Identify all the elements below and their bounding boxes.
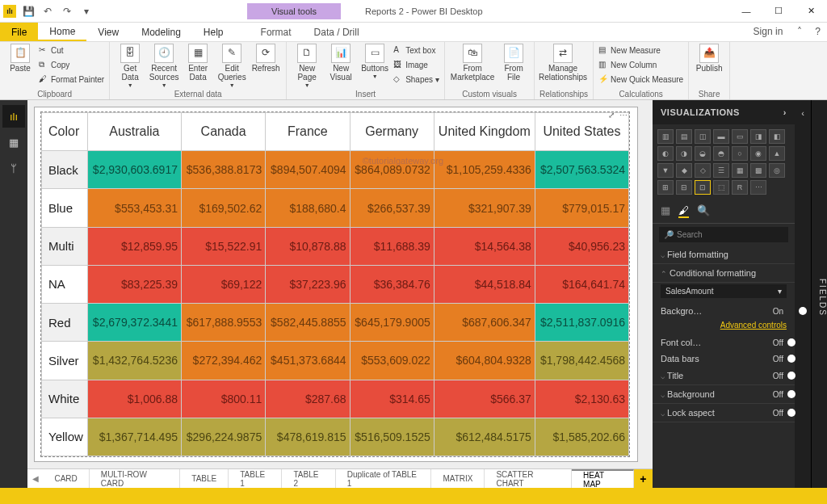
- viz-type-button[interactable]: ◧: [769, 129, 785, 144]
- data-cell[interactable]: $582,445.8855: [266, 304, 350, 342]
- minimize-button[interactable]: —: [730, 0, 762, 23]
- analytics-tab-icon[interactable]: 🔍: [697, 204, 710, 218]
- viz-type-button[interactable]: R: [732, 180, 748, 195]
- data-cell[interactable]: $2,130.63: [535, 380, 628, 418]
- viz-type-button[interactable]: ▦: [732, 163, 748, 178]
- viz-type-button[interactable]: ○: [732, 146, 748, 161]
- data-cell[interactable]: $1,006.88: [87, 380, 181, 418]
- page-tab[interactable]: SCATTER CHART: [485, 469, 572, 488]
- report-view-button[interactable]: ılı: [2, 105, 25, 128]
- viz-type-button[interactable]: ▲: [769, 146, 785, 161]
- format-painter-button[interactable]: 🖌Format Painter: [39, 73, 104, 86]
- new-visual-button[interactable]: 📊New Visual: [325, 44, 356, 82]
- page-tab[interactable]: CARD: [43, 469, 89, 488]
- data-cell[interactable]: $1,367,714.495: [87, 418, 181, 456]
- column-header[interactable]: Canada: [181, 113, 265, 151]
- viz-type-button[interactable]: ◐: [657, 146, 674, 161]
- row-header[interactable]: Black: [42, 151, 88, 189]
- cond-format-field-dropdown[interactable]: SalesAmount▾: [661, 284, 787, 298]
- data-cell[interactable]: $604,804.9328: [434, 342, 535, 380]
- redo-icon[interactable]: ↷: [60, 6, 74, 17]
- tab-scroll-left[interactable]: ◀: [27, 469, 43, 488]
- viz-type-button[interactable]: ☰: [713, 163, 729, 178]
- viz-type-button[interactable]: ▥: [657, 129, 674, 144]
- viz-type-button[interactable]: ⋯: [750, 180, 766, 195]
- viz-type-button[interactable]: ◓: [713, 146, 729, 161]
- data-cell[interactable]: $287.68: [266, 380, 350, 418]
- paste-button[interactable]: 📋Paste: [5, 44, 36, 73]
- row-header[interactable]: White: [42, 380, 88, 418]
- data-cell[interactable]: $553,609.022: [350, 342, 434, 380]
- row-header[interactable]: Red: [42, 304, 88, 342]
- viz-type-button[interactable]: ◆: [676, 163, 692, 178]
- save-icon[interactable]: 💾: [21, 6, 36, 17]
- viz-type-button[interactable]: ▬: [713, 129, 729, 144]
- tab-data-drill[interactable]: Data / Drill: [303, 23, 371, 41]
- maximize-button[interactable]: ☐: [762, 0, 795, 23]
- data-cell[interactable]: $272,394.462: [181, 342, 265, 380]
- data-cell[interactable]: $266,537.39: [350, 189, 434, 227]
- column-header[interactable]: Germany: [350, 113, 434, 151]
- data-cell[interactable]: $10,878.88: [266, 227, 350, 265]
- data-cell[interactable]: $11,688.39: [350, 227, 434, 265]
- data-cell[interactable]: $1,105,259.4336: [434, 151, 535, 189]
- data-view-button[interactable]: ▦: [2, 131, 25, 153]
- row-header[interactable]: Multi: [42, 227, 88, 265]
- viz-type-button[interactable]: ⬚: [713, 180, 729, 195]
- add-page-button[interactable]: +: [634, 469, 653, 488]
- page-tab[interactable]: MULTI-ROW CARD: [90, 469, 181, 488]
- viz-type-button[interactable]: ◉: [750, 146, 766, 161]
- close-button[interactable]: ✕: [795, 0, 827, 23]
- page-tab[interactable]: TABLE 1: [229, 469, 282, 488]
- tab-modeling[interactable]: Modeling: [130, 23, 192, 41]
- edit-queries-button[interactable]: ✎Edit Queries▼: [216, 44, 247, 89]
- new-column-button[interactable]: ▥New Column: [598, 58, 683, 71]
- page-tab[interactable]: MATRIX: [431, 469, 485, 488]
- new-page-button[interactable]: 🗋New Page▼: [292, 44, 322, 89]
- manage-relationships-button[interactable]: ⇄Manage Relationships: [539, 44, 586, 82]
- data-cell[interactable]: $536,388.8173: [181, 151, 265, 189]
- data-cell[interactable]: $553,453.31: [87, 189, 181, 227]
- column-header[interactable]: United Kingdom: [434, 113, 535, 151]
- viz-type-button[interactable]: ⊞: [657, 180, 674, 195]
- copy-button[interactable]: ⧉Copy: [39, 58, 104, 71]
- viz-type-button[interactable]: ◎: [769, 163, 785, 178]
- viz-type-button[interactable]: ▤: [676, 129, 692, 144]
- data-cell[interactable]: $15,522.91: [181, 227, 265, 265]
- data-cell[interactable]: $2,511,837.0916: [535, 304, 628, 342]
- from-file-button[interactable]: 📄From File: [498, 44, 529, 82]
- matrix-visual[interactable]: ⤢ ⋯ ©tutorialgateway.org ColorAustraliaC…: [40, 111, 630, 457]
- data-cell[interactable]: $617,888.9553: [181, 304, 265, 342]
- data-cell[interactable]: $296,224.9875: [181, 418, 265, 456]
- section-conditional-formatting[interactable]: ⌃ Conditional formatting: [653, 264, 795, 283]
- data-cell[interactable]: $321,907.39: [434, 189, 535, 227]
- from-marketplace-button[interactable]: 🛍From Marketplace: [450, 44, 495, 82]
- viz-type-button[interactable]: ⊟: [676, 180, 692, 195]
- data-cell[interactable]: $14,564.38: [434, 227, 535, 265]
- data-cell[interactable]: $687,606.347: [434, 304, 535, 342]
- data-cell[interactable]: $188,680.4: [266, 189, 350, 227]
- viz-type-button[interactable]: ▼: [657, 163, 674, 178]
- data-cell[interactable]: $1,585,202.66: [535, 418, 628, 456]
- viz-type-button[interactable]: ◇: [695, 163, 711, 178]
- collapse-pane-icon[interactable]: ‹: [795, 100, 811, 488]
- section-lock-aspect[interactable]: ⌵ Lock aspectOff: [653, 404, 795, 422]
- tab-home[interactable]: Home: [38, 23, 86, 41]
- refresh-button[interactable]: ⟳Refresh: [250, 44, 281, 73]
- data-cell[interactable]: $12,859.95: [87, 227, 181, 265]
- page-tab[interactable]: TABLE: [180, 469, 229, 488]
- data-cell[interactable]: $40,956.23: [535, 227, 628, 265]
- enter-data-button[interactable]: ▦Enter Data: [183, 44, 213, 82]
- tab-file[interactable]: File: [0, 23, 38, 41]
- collapse-ribbon-icon[interactable]: ˄: [791, 23, 808, 41]
- viz-type-button[interactable]: ▩: [750, 163, 766, 178]
- visualizations-header[interactable]: VISUALIZATIONS›: [653, 100, 795, 124]
- data-cell[interactable]: $779,015.17: [535, 189, 628, 227]
- data-cell[interactable]: $800.11: [181, 380, 265, 418]
- image-button[interactable]: 🖼Image: [393, 58, 439, 71]
- data-cell[interactable]: $164,641.74: [535, 265, 628, 303]
- fields-pane-collapsed[interactable]: FIELDS: [811, 100, 827, 488]
- cut-button[interactable]: ✂Cut: [39, 44, 104, 57]
- new-measure-button[interactable]: ▤New Measure: [598, 44, 683, 57]
- data-cell[interactable]: $451,373.6844: [266, 342, 350, 380]
